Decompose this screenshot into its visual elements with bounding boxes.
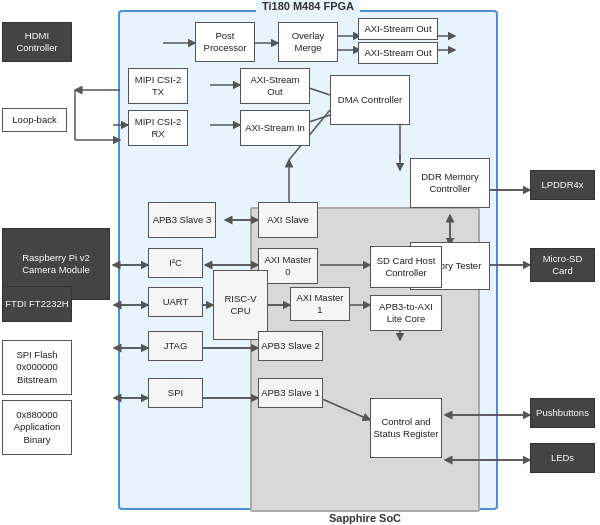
apb3-slave3-block: APB3 Slave 3 [148, 202, 216, 238]
axi-stream-out3-block: AXI-Stream Out [240, 68, 310, 104]
axi-slave-block: AXI Slave [258, 202, 318, 238]
axi-stream-in-block: AXI-Stream In [240, 110, 310, 146]
post-processor-block: Post Processor [195, 22, 255, 62]
mipi-csi2-rx-block: MIPI CSI-2 RX [128, 110, 188, 146]
loop-back-block: Loop-back [2, 108, 67, 132]
jtag-block: JTAG [148, 331, 203, 361]
hdmi-controller-block: HDMI Controller [2, 22, 72, 62]
soc-title: Sapphire SoC [329, 512, 401, 524]
pushbuttons-block: Pushbuttons [530, 398, 595, 428]
axi-stream-out2-block: AXI-Stream Out [358, 42, 438, 64]
diagram: Ti180 M484 FPGA Sapphire SoC [0, 0, 600, 525]
spi-block: SPI [148, 378, 203, 408]
leds-block: LEDs [530, 443, 595, 473]
i2c-block: I²C [148, 248, 203, 278]
fpga-title: Ti180 M484 FPGA [256, 0, 360, 12]
ddr-controller-block: DDR Memory Controller [410, 158, 490, 208]
apb3-slave2-block: APB3 Slave 2 [258, 331, 323, 361]
apb3-slave1-block: APB3 Slave 1 [258, 378, 323, 408]
ftdi-block: FTDI FT2232H [2, 286, 72, 322]
control-status-block: Control and Status Register [370, 398, 442, 458]
micro-sd-block: Micro-SD Card [530, 248, 595, 282]
spi-flash-880-block: 0x880000 Application Binary [2, 400, 72, 455]
mipi-csi2-tx-block: MIPI CSI-2 TX [128, 68, 188, 104]
apb3-to-axi-block: APB3-to-AXI Lite Core [370, 295, 442, 331]
overlay-merge-block: Overlay Merge [278, 22, 338, 62]
uart-block: UART [148, 287, 203, 317]
axi-stream-out1-block: AXI-Stream Out [358, 18, 438, 40]
lpddr4x-block: LPDDR4x [530, 170, 595, 200]
spi-flash-0-block: SPI Flash 0x000000 Bitstream [2, 340, 72, 395]
axi-master1-block: AXI Master 1 [290, 287, 350, 321]
dma-controller-block: DMA Controller [330, 75, 410, 125]
sd-card-host-block: SD Card Host Controller [370, 246, 442, 288]
risc-v-cpu-block: RISC-V CPU [213, 270, 268, 340]
